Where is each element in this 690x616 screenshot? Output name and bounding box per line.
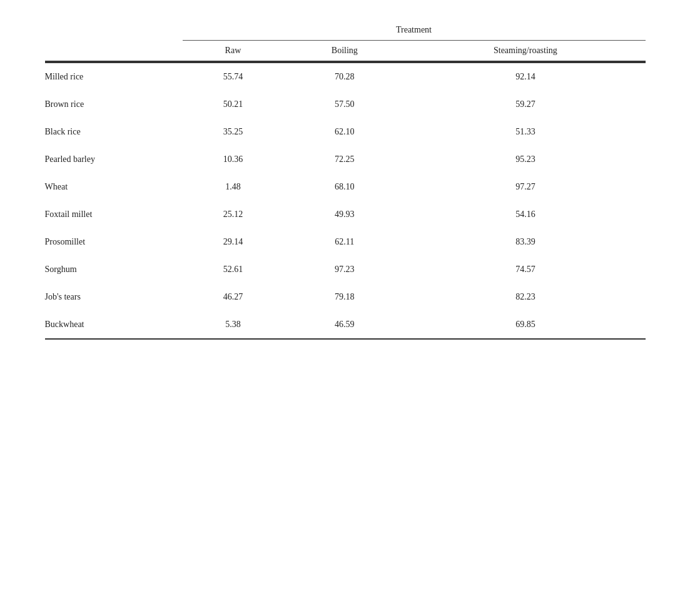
row-label: Milled rice — [45, 63, 183, 91]
cell-raw: 52.61 — [183, 256, 284, 283]
cell-boiling: 68.10 — [283, 173, 405, 201]
cell-steaming: 97.27 — [405, 173, 645, 201]
row-label: Sorghum — [45, 256, 183, 283]
cell-raw: 46.27 — [183, 283, 284, 311]
row-label: Pearled barley — [45, 146, 183, 173]
cell-boiling: 79.18 — [283, 283, 405, 311]
table-wrapper: Treatment Raw Boiling Steaming/roasting … — [45, 25, 646, 340]
cell-steaming: 51.33 — [405, 118, 645, 146]
cell-boiling: 72.25 — [283, 146, 405, 173]
cell-raw: 50.21 — [183, 91, 284, 118]
label-col-header — [45, 41, 183, 62]
col-boiling-header: Boiling — [283, 41, 405, 62]
cell-raw: 5.38 — [183, 311, 284, 339]
cell-raw: 29.14 — [183, 228, 284, 256]
cell-steaming: 92.14 — [405, 63, 645, 91]
group-header-row: Treatment — [45, 25, 646, 41]
cell-boiling: 70.28 — [283, 63, 405, 91]
table-row: Milled rice55.7470.2892.14 — [45, 63, 646, 91]
cell-boiling: 49.93 — [283, 201, 405, 228]
cell-steaming: 69.85 — [405, 311, 645, 339]
cell-boiling: 97.23 — [283, 256, 405, 283]
table-row: Prosomillet29.1462.1183.39 — [45, 228, 646, 256]
treatment-header: Treatment — [183, 25, 646, 41]
row-label: Foxtail millet — [45, 201, 183, 228]
row-label: Black rice — [45, 118, 183, 146]
sub-header-row: Raw Boiling Steaming/roasting — [45, 41, 646, 62]
cell-boiling: 62.11 — [283, 228, 405, 256]
cell-raw: 35.25 — [183, 118, 284, 146]
data-table: Treatment Raw Boiling Steaming/roasting … — [45, 25, 646, 340]
row-label: Wheat — [45, 173, 183, 201]
cell-boiling: 57.50 — [283, 91, 405, 118]
table-row: Black rice35.2562.1051.33 — [45, 118, 646, 146]
table-row: Sorghum52.6197.2374.57 — [45, 256, 646, 283]
row-label: Job's tears — [45, 283, 183, 311]
table-body: Milled rice55.7470.2892.14Brown rice50.2… — [45, 63, 646, 339]
table-row: Buckwheat5.3846.5969.85 — [45, 311, 646, 339]
cell-steaming: 59.27 — [405, 91, 645, 118]
cell-steaming: 82.23 — [405, 283, 645, 311]
table-row: Foxtail millet25.1249.9354.16 — [45, 201, 646, 228]
cell-steaming: 83.39 — [405, 228, 645, 256]
row-label: Brown rice — [45, 91, 183, 118]
col-steaming-header: Steaming/roasting — [405, 41, 645, 62]
table-row: Brown rice50.2157.5059.27 — [45, 91, 646, 118]
cell-raw: 25.12 — [183, 201, 284, 228]
row-label: Buckwheat — [45, 311, 183, 339]
cell-raw: 10.36 — [183, 146, 284, 173]
cell-steaming: 74.57 — [405, 256, 645, 283]
table-row: Pearled barley10.3672.2595.23 — [45, 146, 646, 173]
cell-raw: 1.48 — [183, 173, 284, 201]
col-raw-header: Raw — [183, 41, 284, 62]
row-label: Prosomillet — [45, 228, 183, 256]
table-row: Wheat1.4868.1097.27 — [45, 173, 646, 201]
empty-header — [45, 25, 183, 41]
cell-boiling: 46.59 — [283, 311, 405, 339]
cell-raw: 55.74 — [183, 63, 284, 91]
cell-boiling: 62.10 — [283, 118, 405, 146]
cell-steaming: 54.16 — [405, 201, 645, 228]
cell-steaming: 95.23 — [405, 146, 645, 173]
table-row: Job's tears46.2779.1882.23 — [45, 283, 646, 311]
